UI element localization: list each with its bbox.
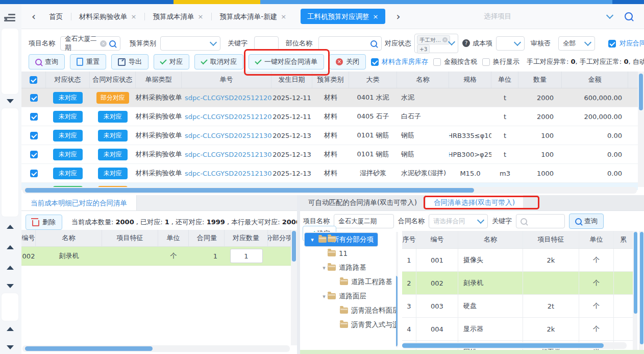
row-checkbox[interactable] [30,113,38,121]
nav-tab[interactable]: 预算成本清单-新建× [211,4,294,29]
contract-select[interactable]: 请选择合同 [429,214,488,228]
bl-hscrollbar[interactable] [22,345,290,352]
scroll-down-icon[interactable] [7,99,14,103]
tree-node[interactable]: ▾ 所有分部分项 [304,232,378,247]
scroll-up-icon[interactable] [7,266,14,270]
tab-contract-select[interactable]: 合同清单选择(双击可带入) [426,195,523,209]
tree-node[interactable]: 沥青混合料面层 [304,303,396,318]
close-button[interactable]: ×关闭 [329,54,366,69]
br-vscrollbar-inner[interactable] [633,231,637,350]
cost-item-select[interactable] [496,36,525,51]
scroll-up-icon[interactable] [7,245,14,249]
match-button[interactable]: 对应 [154,54,189,69]
inventory-checkbox[interactable]: 材料含库房库存 [371,57,428,66]
tree-node[interactable]: 沥青贯入式与沥 [304,318,396,332]
bottom-scroll-track[interactable] [300,350,644,354]
tab-matched-contract-items[interactable]: 当前成本明细已对应的合同清单 [21,195,137,210]
contract-item-row[interactable]: 2 002 刻录机 个 [402,272,633,295]
tax-checkbox[interactable]: 金额按含税 [433,57,477,66]
project-name-input[interactable]: 金石大厦二期 × [60,36,120,51]
help-icon[interactable]: ? [462,39,470,47]
br-vscroll-thumb[interactable] [634,232,637,314]
table-row[interactable]: 未对应 未对应 材料采购验收单 sdpc-CLCGYSD2025121300 2… [21,126,638,145]
scroll-up-icon[interactable] [7,327,14,331]
row-checkbox[interactable] [30,94,38,102]
location-input[interactable] [318,36,382,51]
br-hscroll-thumb[interactable] [402,343,604,348]
search-icon[interactable] [625,12,633,20]
one-click-match-button[interactable]: 一键对应合同清单 [249,54,324,69]
search-icon[interactable] [370,40,377,47]
tree-node[interactable]: ▾ 道路路基 [304,261,396,275]
close-icon[interactable]: × [373,13,379,20]
close-icon[interactable]: × [281,13,286,20]
br-vscroll-thumb[interactable] [640,232,643,344]
tree-expand-icon[interactable]: ▾ [309,237,316,243]
match-contract-checkbox[interactable] [608,40,616,48]
nav-tab[interactable]: 预算成本清单× [144,4,211,29]
clear-icon[interactable]: × [442,37,448,42]
doc-no-link[interactable]: sdpc-CLCGYSD2025121300 [182,126,271,145]
row-checkbox[interactable] [30,132,38,139]
export-button[interactable]: 导出 [111,54,148,69]
nav-tab[interactable]: 材料采购验收单× [71,4,144,29]
nav-tab[interactable]: 工料机预算对应调整× [301,9,385,24]
keyword-input[interactable] [254,36,279,51]
doc-no-link[interactable]: sdpc-CLCGYSD2025121200 [182,107,271,126]
tree-expand-icon[interactable]: ▾ [320,265,328,271]
br-hscrollbar[interactable] [402,342,627,349]
scroll-down-icon[interactable] [7,345,14,349]
tabs-back-icon[interactable]: ‹ [27,10,41,22]
main-table-hscroll-thumb[interactable] [25,188,474,193]
table-row[interactable]: 未对应 未对应 材料采购验收单 sdpc-CLCGYSD2025121200 2… [21,107,638,126]
main-table-vscroll-thumb[interactable] [639,74,643,110]
audit-select[interactable]: 全部 [558,36,595,51]
match-qty-input[interactable]: 1 [230,249,263,263]
row-checkbox[interactable] [30,151,38,158]
tree-expand-icon[interactable]: ▾ [320,293,328,300]
contract-item-row[interactable]: 1 001 摄像头 2k 个 [402,249,633,272]
search-icon[interactable] [109,40,116,47]
table-row[interactable]: 未对应 未对应 材料采购验收单 sdpc-CLCGYSD2025121300 2… [21,145,638,164]
tree-node[interactable]: 11 [304,246,396,261]
collapse-menu-icon[interactable] [4,12,15,23]
br-vscrollbar-outer[interactable] [639,231,643,350]
folder-icon [328,250,336,256]
delete-button[interactable]: 删除 [26,215,62,230]
doc-no-link[interactable]: sdpc-CLCGYSD2025121300 [182,145,271,163]
project-name-input[interactable]: 金石大厦二期 [334,214,394,228]
project-select[interactable]: 选择项目 [484,12,612,21]
doc-no-link[interactable]: sdpc-CLCGYSD2025121300 [182,164,271,182]
close-icon[interactable]: × [131,13,137,20]
select-all-checkbox[interactable] [30,76,37,84]
main-table-hscrollbar[interactable] [22,187,637,194]
scroll-down-icon[interactable] [7,284,14,288]
bl-vscrollbar[interactable] [291,230,297,345]
reset-button[interactable]: 重置 [70,54,106,69]
clear-icon[interactable]: × [100,40,107,47]
contract-item-row[interactable]: 4 004 显示器 2k 个 [402,318,633,341]
table-row[interactable]: 未对应 未对应 材料采购验收单 sdpc-CLCGYSD2025121300 2… [21,164,638,183]
query-button[interactable]: 查询 [29,54,65,69]
match-status-multiselect[interactable]: 手工对…× +3 [414,34,458,53]
bl-table-row[interactable]: 002 刻录机 个 1 1 [21,247,291,266]
tree-node[interactable]: 道路工程路基 [304,275,396,289]
nav-tab[interactable]: 首页 [41,4,71,29]
wrap-checkbox[interactable]: 换行显示 [482,57,519,66]
scroll-up-icon[interactable] [7,225,14,229]
tree-node[interactable]: ▾ 道路面层 [304,289,396,303]
keyword-input[interactable] [516,214,565,228]
contract-item-row[interactable]: 3 003 硬盘 2t 个 [402,295,633,318]
bl-vscroll-thumb[interactable] [292,231,296,262]
query-button[interactable]: 查询 [569,214,604,229]
tabs-forward-icon[interactable]: › [391,10,406,22]
budget-type-select[interactable] [160,36,220,51]
close-icon[interactable]: × [197,13,203,20]
unmatch-button[interactable]: 取消对应 [194,54,243,69]
row-checkbox[interactable] [30,170,38,177]
table-row[interactable]: 未对应 部分对应 材料采购验收单 sdpc-CLCGYSD2025121200 … [21,88,638,107]
tab-auto-match[interactable]: 可自动匹配的合同清单(双击可带入) [300,195,426,209]
doc-no-link[interactable]: sdpc-CLCGYSD2025121200 [182,88,271,107]
main-table-vscrollbar[interactable] [638,72,644,187]
bl-hscroll-thumb[interactable] [25,346,153,351]
